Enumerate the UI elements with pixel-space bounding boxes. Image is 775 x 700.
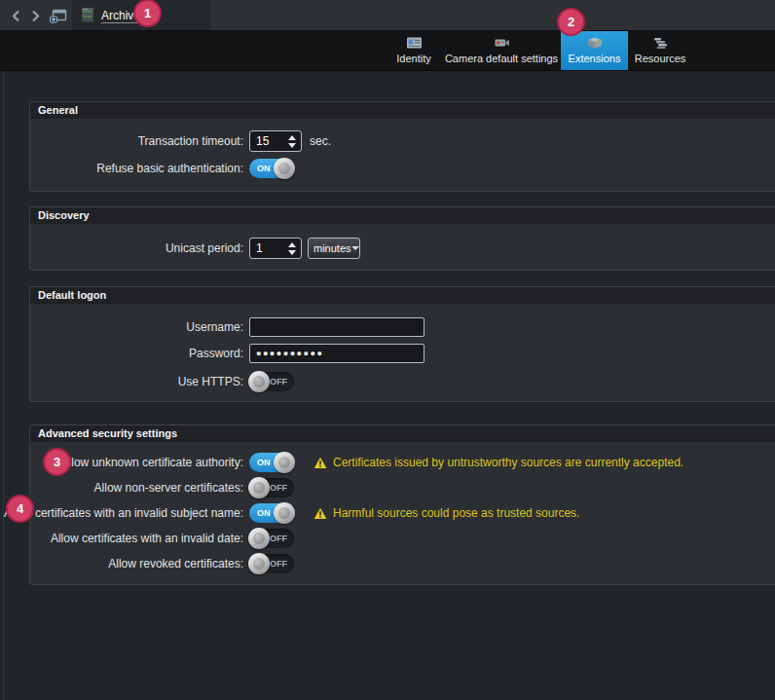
warning-text: Harmful sources could pose as trusted so… xyxy=(333,506,579,520)
section-header-default-logon: Default logon xyxy=(30,287,775,304)
allow-invalid-subject-label: Allow certificates with an invalid subje… xyxy=(30,506,249,520)
resources-stack-icon xyxy=(652,36,669,50)
transaction-timeout-label: Transaction timeout: xyxy=(30,134,249,148)
toggle-knob[interactable] xyxy=(248,553,270,574)
toggle-state-label: ON xyxy=(257,164,271,173)
transaction-timeout-input[interactable] xyxy=(250,132,289,148)
nav-back-button[interactable] xyxy=(8,8,23,23)
toggle-knob[interactable] xyxy=(248,371,270,392)
toggle-knob[interactable] xyxy=(248,528,270,549)
tab-camera-default-settings[interactable]: Camera default settings xyxy=(442,31,561,70)
unicast-period-unit-dropdown[interactable]: minutes xyxy=(308,238,360,259)
chevron-down-icon xyxy=(351,246,359,250)
section-default-logon: Default logon Username: Password: Use HT… xyxy=(29,286,775,402)
allow-invalid-subject-row: Allow certificates with an invalid subje… xyxy=(30,503,775,523)
allow-revoked-certs-label: Allow revoked certificates: xyxy=(30,557,249,571)
section-header-discovery: Discovery xyxy=(30,207,775,224)
config-tab-strip: Identity Camera default settings Extensi… xyxy=(0,31,775,71)
transaction-timeout-row: Transaction timeout: sec. xyxy=(30,130,775,152)
transaction-timeout-unit: sec. xyxy=(310,134,331,148)
allow-invalid-subject-toggle[interactable]: ON xyxy=(249,503,294,523)
section-discovery: Discovery Unicast period: minutes xyxy=(29,206,775,271)
username-label: Username: xyxy=(30,320,249,334)
toggle-state-label: OFF xyxy=(270,377,287,387)
toggle-knob[interactable] xyxy=(274,158,295,179)
username-row: Username: xyxy=(30,317,775,337)
section-header-general: General xyxy=(30,102,775,119)
add-view-button[interactable] xyxy=(49,8,68,23)
toggle-state-label: OFF xyxy=(270,559,287,569)
allow-revoked-certs-toggle[interactable]: OFF xyxy=(249,554,294,573)
extension-box-icon xyxy=(586,36,604,50)
spinner-arrows[interactable] xyxy=(288,135,296,148)
tab-label: Resources xyxy=(635,54,686,64)
transaction-timeout-spinner[interactable] xyxy=(249,130,302,152)
refuse-basic-auth-toggle[interactable]: ON xyxy=(249,159,294,178)
toggle-knob[interactable] xyxy=(274,452,295,473)
content-left-divider xyxy=(3,71,4,700)
spin-down-icon[interactable] xyxy=(288,143,296,148)
use-https-row: Use HTTPS: OFF xyxy=(30,372,775,391)
allow-unknown-ca-row: Allow unknown certificate authority: ON … xyxy=(30,453,775,472)
chevron-right-icon xyxy=(31,10,40,22)
tab-resources[interactable]: Resources xyxy=(628,31,692,70)
password-label: Password: xyxy=(30,347,249,360)
allow-non-server-certs-row: Allow non-server certificates: OFF xyxy=(30,478,775,497)
unicast-period-row: Unicast period: minutes xyxy=(30,238,775,259)
username-field[interactable] xyxy=(249,317,424,337)
use-https-toggle[interactable]: OFF xyxy=(249,372,294,391)
toggle-knob[interactable] xyxy=(248,477,270,498)
section-advanced-security: Advanced security settings Allow unknown… xyxy=(29,424,775,585)
dropdown-selected-value: minutes xyxy=(314,242,351,254)
invalid-subject-warning: Harmful sources could pose as trusted so… xyxy=(314,506,579,520)
refuse-basic-auth-label: Refuse basic authentication: xyxy=(30,162,249,175)
toggle-knob[interactable] xyxy=(274,502,295,524)
use-https-label: Use HTTPS: xyxy=(30,375,249,388)
callout-number: 1 xyxy=(144,6,151,20)
allow-invalid-date-toggle[interactable]: OFF xyxy=(249,529,294,548)
chevron-left-icon xyxy=(12,10,20,22)
unicast-period-input[interactable] xyxy=(250,239,289,255)
tab-label: Identity xyxy=(396,54,430,64)
callout-badge-2: 2 xyxy=(557,8,585,36)
password-row: Password: xyxy=(30,344,775,363)
spin-up-icon[interactable] xyxy=(288,242,296,247)
callout-badge-1: 1 xyxy=(133,0,162,27)
warning-triangle-icon xyxy=(314,507,327,520)
allow-unknown-ca-toggle[interactable]: ON xyxy=(249,453,294,472)
section-general: General Transaction timeout: sec. Refuse… xyxy=(29,101,775,192)
tab-extensions[interactable]: Extensions xyxy=(561,31,628,70)
tab-identity[interactable]: Identity xyxy=(386,31,442,70)
add-view-icon xyxy=(50,9,67,23)
tab-label: Camera default settings xyxy=(445,54,558,64)
section-header-advanced-security: Advanced security settings xyxy=(30,425,775,442)
unknown-ca-warning: Certificates issued by untrustworthy sou… xyxy=(314,456,683,469)
toggle-state-label: ON xyxy=(257,458,271,467)
allow-invalid-date-row: Allow certificates with an invalid date:… xyxy=(30,529,775,548)
callout-number: 2 xyxy=(568,15,574,29)
password-field[interactable] xyxy=(249,344,424,363)
unicast-period-label: Unicast period: xyxy=(30,241,249,255)
callout-number: 3 xyxy=(54,455,60,469)
allow-non-server-certs-toggle[interactable]: OFF xyxy=(249,478,294,497)
spin-down-icon[interactable] xyxy=(288,250,296,255)
nav-forward-button[interactable] xyxy=(27,8,43,23)
tab-label: Extensions xyxy=(569,54,621,64)
camera-icon xyxy=(494,36,510,50)
unicast-period-spinner[interactable] xyxy=(249,238,302,259)
spin-up-icon[interactable] xyxy=(288,135,296,140)
callout-badge-3: 3 xyxy=(43,448,71,476)
toggle-state-label: OFF xyxy=(270,534,287,543)
server-database-icon xyxy=(81,7,94,23)
toggle-state-label: ON xyxy=(257,508,271,518)
identity-card-icon xyxy=(406,36,423,50)
warning-text: Certificates issued by untrustworthy sou… xyxy=(333,456,683,469)
callout-number: 4 xyxy=(17,501,23,516)
warning-triangle-icon xyxy=(314,457,327,469)
top-toolbar: Archiver xyxy=(0,0,775,31)
allow-invalid-date-label: Allow certificates with an invalid date: xyxy=(30,532,249,545)
allow-revoked-certs-row: Allow revoked certificates: OFF xyxy=(30,554,775,573)
callout-badge-4: 4 xyxy=(6,495,34,523)
toggle-state-label: OFF xyxy=(270,483,287,493)
spinner-arrows[interactable] xyxy=(288,242,296,255)
